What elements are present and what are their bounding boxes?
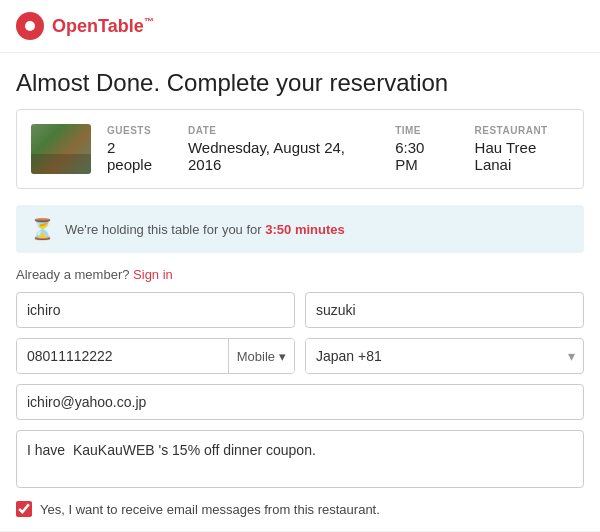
app-header: OpenTable™ (0, 0, 600, 53)
email-opt-in-row: Yes, I want to receive email messages fr… (16, 501, 584, 517)
country-select-group: Japan +81 United States +1 United Kingdo… (305, 338, 584, 374)
reservation-form: Already a member? Sign in Mobile ▾ Japan… (0, 267, 600, 517)
phone-input[interactable] (17, 339, 228, 373)
name-row (16, 292, 584, 328)
date-value: Wednesday, August 24, 2016 (188, 139, 345, 173)
guests-label: GUESTS (107, 125, 160, 136)
phone-type-chevron-icon: ▾ (279, 349, 286, 364)
sign-in-link[interactable]: Sign in (133, 267, 173, 282)
message-container: I have KauKauWEB 's 15% off dinner coupo… (16, 430, 584, 491)
phone-type-select[interactable]: Mobile ▾ (228, 339, 294, 373)
restaurant-image (31, 124, 91, 174)
restaurant-detail: RESTAURANT Hau Tree Lanai (475, 125, 569, 173)
holding-time: 3:50 minutes (265, 222, 344, 237)
logo-text: OpenTable™ (52, 16, 154, 37)
guests-value: 2 people (107, 139, 152, 173)
phone-row: Mobile ▾ Japan +81 United States +1 Unit… (16, 338, 584, 374)
first-name-input[interactable] (16, 292, 295, 328)
last-name-input[interactable] (305, 292, 584, 328)
hourglass-icon: ⏳ (30, 217, 55, 241)
date-detail: DATE Wednesday, August 24, 2016 (188, 125, 367, 173)
email-opt-in-label: Yes, I want to receive email messages fr… (40, 502, 380, 517)
email-opt-in-checkbox[interactable] (16, 501, 32, 517)
page-title: Almost Done. Complete your reservation (0, 53, 600, 109)
holding-text: We're holding this table for you for 3:5… (65, 222, 345, 237)
guests-detail: GUESTS 2 people (107, 125, 160, 173)
time-value: 6:30 PM (395, 139, 424, 173)
reservation-summary-card: GUESTS 2 people DATE Wednesday, August 2… (16, 109, 584, 189)
restaurant-label: RESTAURANT (475, 125, 569, 136)
opentable-logo-icon (16, 12, 44, 40)
reservation-details: GUESTS 2 people DATE Wednesday, August 2… (107, 125, 569, 173)
email-input[interactable] (16, 384, 584, 420)
holding-notice: ⏳ We're holding this table for you for 3… (16, 205, 584, 253)
message-textarea[interactable]: I have KauKauWEB 's 15% off dinner coupo… (16, 430, 584, 488)
already-member-text: Already a member? Sign in (16, 267, 584, 282)
time-label: TIME (395, 125, 446, 136)
country-select[interactable]: Japan +81 United States +1 United Kingdo… (306, 339, 560, 373)
time-detail: TIME 6:30 PM (395, 125, 446, 173)
country-chevron-icon: ▾ (560, 339, 583, 373)
phone-type-label: Mobile (237, 349, 275, 364)
date-label: DATE (188, 125, 367, 136)
restaurant-value: Hau Tree Lanai (475, 139, 537, 173)
phone-input-group: Mobile ▾ (16, 338, 295, 374)
